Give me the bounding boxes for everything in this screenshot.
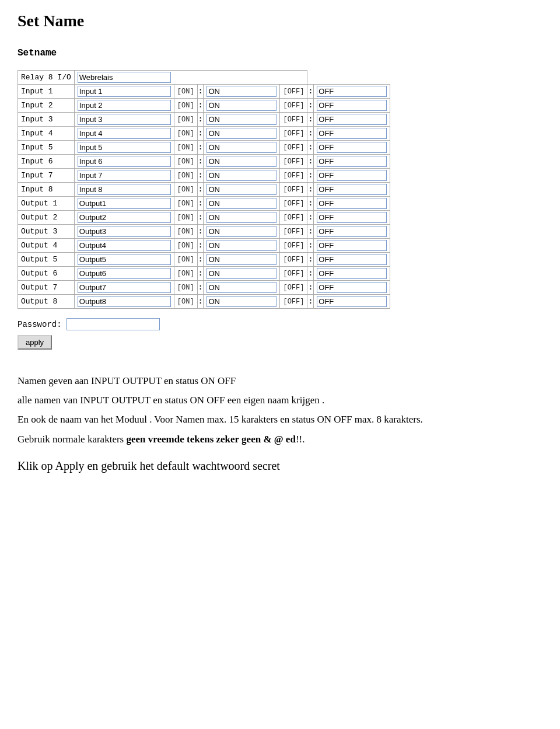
name-input[interactable] (78, 198, 171, 209)
table-row: Output 6[ON]:[OFF]: (18, 267, 390, 281)
apply-button[interactable]: apply (18, 335, 52, 350)
off-label: [OFF] (280, 211, 307, 225)
main-table: Relay 8 I/OInput 1[ON]:[OFF]:Input 2[ON]… (18, 70, 390, 309)
password-row: Password: (18, 318, 542, 330)
name-input[interactable] (78, 296, 171, 307)
row-label: Input 5 (18, 141, 75, 155)
on-value-input[interactable] (206, 128, 276, 139)
table-row: Relay 8 I/O (18, 71, 390, 85)
on-value-input[interactable] (206, 114, 276, 125)
on-value-input[interactable] (206, 226, 276, 237)
off-value-input[interactable] (317, 114, 387, 125)
desc-line4-bold: geen vreemde tekens zeker geen & @ ed (126, 434, 295, 445)
name-input[interactable] (78, 142, 171, 153)
name-input[interactable] (78, 114, 171, 125)
off-value-input[interactable] (317, 128, 387, 139)
off-label: [OFF] (280, 267, 307, 281)
on-label: [ON] (174, 211, 197, 225)
off-value-input[interactable] (317, 240, 387, 251)
on-value-input[interactable] (206, 282, 276, 293)
on-value-input[interactable] (206, 296, 276, 307)
colon-separator: : (307, 155, 314, 169)
name-input[interactable] (78, 184, 171, 195)
off-value-input[interactable] (317, 212, 387, 223)
colon-separator: : (197, 183, 204, 197)
off-label: [OFF] (280, 113, 307, 127)
row-label: Input 8 (18, 183, 75, 197)
off-value-input[interactable] (317, 156, 387, 167)
table-row: Output 8[ON]:[OFF]: (18, 295, 390, 309)
password-label: Password: (18, 320, 62, 329)
on-value-input[interactable] (206, 212, 276, 223)
off-value-input[interactable] (317, 184, 387, 195)
off-label: [OFF] (280, 253, 307, 267)
table-row: Input 8[ON]:[OFF]: (18, 183, 390, 197)
on-value-input[interactable] (206, 198, 276, 209)
name-input[interactable] (78, 212, 171, 223)
name-input[interactable] (78, 254, 171, 265)
table-row: Input 2[ON]:[OFF]: (18, 99, 390, 113)
row-label: Output 1 (18, 197, 75, 211)
off-value-input[interactable] (317, 86, 387, 97)
on-value-input[interactable] (206, 156, 276, 167)
off-label: [OFF] (280, 197, 307, 211)
desc-line4-end: !!. (296, 434, 305, 445)
colon-separator: : (307, 85, 314, 99)
on-value-input[interactable] (206, 142, 276, 153)
name-input[interactable] (78, 170, 171, 181)
colon-separator: : (197, 99, 204, 113)
row-label: Output 8 (18, 295, 75, 309)
name-input[interactable] (78, 282, 171, 293)
on-label: [ON] (174, 295, 197, 309)
on-label: [ON] (174, 99, 197, 113)
row-label: Relay 8 I/O (18, 71, 75, 85)
password-input[interactable] (66, 318, 160, 330)
colon-separator: : (197, 295, 204, 309)
module-name-input[interactable] (78, 72, 171, 83)
desc-line3: En ook de naam van het Moduul . Voor Nam… (18, 411, 542, 427)
off-label: [OFF] (280, 85, 307, 99)
colon-separator: : (307, 239, 314, 253)
off-value-input[interactable] (317, 226, 387, 237)
colon-separator: : (197, 253, 204, 267)
table-row: Output 4[ON]:[OFF]: (18, 239, 390, 253)
off-value-input[interactable] (317, 170, 387, 181)
off-value-input[interactable] (317, 254, 387, 265)
on-value-input[interactable] (206, 170, 276, 181)
off-value-input[interactable] (317, 296, 387, 307)
off-label: [OFF] (280, 183, 307, 197)
on-label: [ON] (174, 127, 197, 141)
table-row: Output 1[ON]:[OFF]: (18, 197, 390, 211)
colon-separator: : (307, 169, 314, 183)
colon-separator: : (197, 113, 204, 127)
colon-separator: : (197, 239, 204, 253)
on-value-input[interactable] (206, 254, 276, 265)
name-input[interactable] (78, 226, 171, 237)
colon-separator: : (307, 141, 314, 155)
colon-separator: : (307, 253, 314, 267)
on-value-input[interactable] (206, 100, 276, 111)
off-value-input[interactable] (317, 142, 387, 153)
off-value-input[interactable] (317, 268, 387, 279)
name-input[interactable] (78, 156, 171, 167)
off-value-input[interactable] (317, 282, 387, 293)
off-label: [OFF] (280, 141, 307, 155)
name-input[interactable] (78, 100, 171, 111)
off-value-input[interactable] (317, 100, 387, 111)
on-value-input[interactable] (206, 184, 276, 195)
on-label: [ON] (174, 169, 197, 183)
row-label: Input 3 (18, 113, 75, 127)
table-row: Output 3[ON]:[OFF]: (18, 225, 390, 239)
on-label: [ON] (174, 85, 197, 99)
name-input[interactable] (78, 128, 171, 139)
off-value-input[interactable] (317, 198, 387, 209)
row-label: Input 2 (18, 99, 75, 113)
name-input[interactable] (78, 86, 171, 97)
on-value-input[interactable] (206, 240, 276, 251)
off-label: [OFF] (280, 239, 307, 253)
on-value-input[interactable] (206, 268, 276, 279)
name-input[interactable] (78, 240, 171, 251)
row-label: Input 6 (18, 155, 75, 169)
on-value-input[interactable] (206, 86, 276, 97)
name-input[interactable] (78, 268, 171, 279)
